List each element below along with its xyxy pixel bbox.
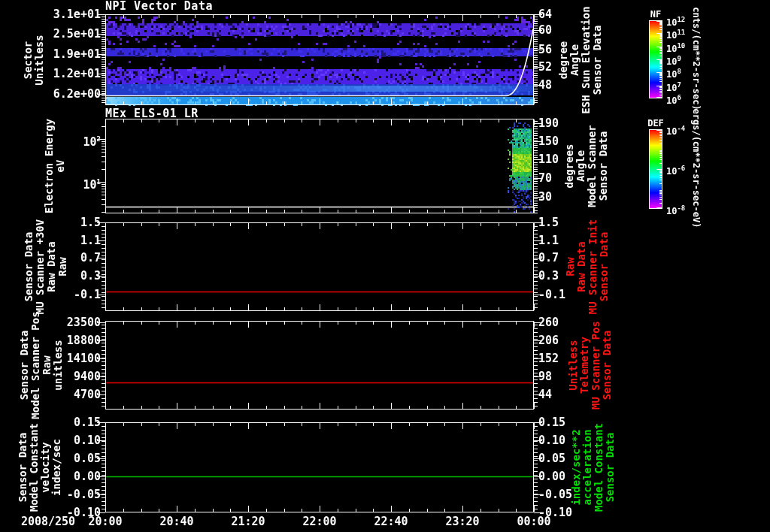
x-axis-tick-label: 23:20 [436,515,489,527]
x-axis-tick-label: 21:20 [222,515,274,527]
colorbar-nf-units: cnts/(cm**2-sr-sec) [691,0,702,119]
panel1-left-tick: 2.5e+01 [38,28,101,40]
panel4-line-plot [105,321,534,410]
panel4-right-tick: 152 [538,352,559,364]
panel5-right-tick: 0.10 [538,434,565,446]
colorbar-nf-tick: 109 [666,55,681,67]
x-axis-tick-label: 20:40 [150,515,203,527]
panel3-right-tick: 0.7 [538,252,559,264]
panel1-left-axis-label: Sector Unitless [23,0,45,128]
colorbar-nf-tick: 107 [666,81,681,93]
colorbar-nf-tick: 1012 [666,16,685,28]
panel2-right-tick: 190 [538,117,559,129]
panel5-right-tick: 0.15 [538,416,565,428]
panel3-right-tick: 1.5 [538,216,559,228]
panel3-right-tick: 0.3 [538,270,559,282]
panel1-left-tick: 3.1e+01 [38,8,101,20]
panel4-right-tick: 98 [538,370,552,382]
panel1-right-tick: 60 [538,24,552,36]
colorbar-def-tick: 10-8 [666,204,685,216]
panel2-right-tick: 110 [538,153,559,165]
panel5-right-tick: 0.05 [538,452,565,464]
panel5-right-tick: 0.00 [538,470,565,482]
x-axis-tick-label: 00:00 [508,515,560,527]
panel3-right-tick: -0.1 [538,289,565,301]
colorbar-def-units: ergs/(cm**2-sr-sec-eV) [691,104,702,232]
panel5-line-plot [105,422,534,512]
panel5-right-tick: -0.05 [538,488,572,500]
colorbar-def [649,129,662,209]
x-axis-tick-label: 22:40 [365,515,417,527]
panel4-right-tick: 260 [538,316,559,328]
panel5-left-axis-label: Sensor Data Model Constant velocity inde… [17,400,62,532]
panel3-right-tick: 1.1 [538,234,559,246]
panel2-right-tick: 150 [538,135,559,147]
x-axis-tick-label: 22:00 [293,515,346,527]
panel1-right-tick: 56 [538,44,552,56]
panel2-title: MEx ELS-01 LR [105,107,199,119]
colorbar-nf-tick: 1010 [666,42,685,54]
colorbar-nf-tick: 108 [666,68,681,80]
panel2-els-heatmap [105,119,534,213]
panel1-right-tick: 64 [538,8,552,20]
panel1-npi-heatmap [105,14,534,105]
panel1-left-tick: 1.9e+01 [38,48,101,60]
multi-panel-science-plot: NPI Vector Data MEx ELS-01 LR 2008/250 N… [0,0,770,532]
colorbar-nf-tick: 1011 [666,29,685,41]
x-axis-tick-label: 20:00 [79,515,132,527]
panel4-right-tick: 44 [538,388,552,401]
panel4-right-tick: 206 [538,334,559,346]
panel5-right-axis-label: index/sec**2 acceleration Model Constant… [571,400,616,532]
panel1-title: NPI Vector Data [105,0,213,12]
panel1-right-tick: 48 [538,79,552,91]
colorbar-def-tick: 10-4 [666,125,685,137]
panel1-left-tick: 1.2e+01 [38,68,101,80]
colorbar-def-tick: 10-6 [666,165,685,177]
panel2-right-tick: 70 [538,172,552,184]
panel1-right-tick: 52 [538,61,552,73]
colorbar-nf [649,20,662,98]
panel2-right-tick: 30 [538,191,552,203]
panel3-line-plot [105,222,534,311]
colorbar-nf-tick: 106 [666,94,681,106]
